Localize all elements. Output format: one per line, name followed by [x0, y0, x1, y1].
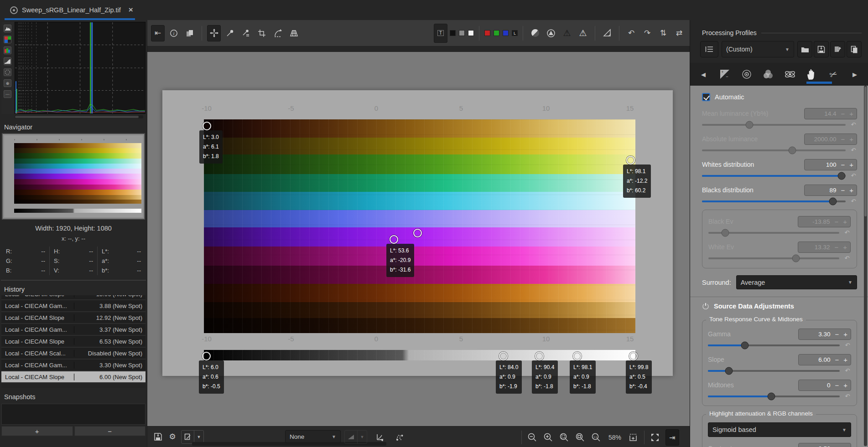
reset-icon[interactable]: ↶: [844, 342, 851, 349]
background-black-button[interactable]: [450, 30, 456, 36]
increment-button[interactable]: +: [843, 356, 847, 363]
slider-thumb[interactable]: [741, 341, 748, 349]
whites-distribution-slider[interactable]: [702, 175, 846, 177]
color-picker-spot[interactable]: L*: 3.0a*: 6.1b*: 1.8: [203, 122, 211, 130]
gamut-warning-toggle-button[interactable]: [394, 430, 405, 444]
increment-button[interactable]: +: [849, 136, 853, 143]
flip-vertical-button[interactable]: ⇅: [656, 25, 670, 41]
copy-profile-button[interactable]: [847, 41, 862, 57]
history-row[interactable]: Local - CIECAM Slope13.96 (New Spot): [1, 295, 146, 300]
decrement-button[interactable]: −: [835, 382, 839, 389]
soft-proofing-button[interactable]: [528, 25, 542, 41]
picker-ring[interactable]: [390, 235, 398, 244]
save-image-button[interactable]: [152, 430, 164, 444]
color-picker-spot[interactable]: [413, 229, 422, 237]
reset-icon[interactable]: ↶: [850, 172, 857, 179]
increment-button[interactable]: +: [849, 110, 853, 117]
increment-button[interactable]: +: [843, 244, 847, 251]
mean-luminance-slider[interactable]: [702, 124, 846, 126]
color-picker-spot[interactable]: L*: 98.1a*: 0.9b*: -1.8: [573, 352, 582, 360]
slider-thumb[interactable]: [767, 392, 775, 400]
image-tab[interactable]: Sweep_sRGB_Linear_Half_Zip.tif ×: [5, 2, 138, 18]
black-ev-value[interactable]: -13.85−+: [798, 216, 851, 227]
local-adjustments-tab[interactable]: [804, 66, 819, 83]
histogram-plot[interactable]: [15, 22, 146, 114]
gamma-slider[interactable]: [708, 344, 840, 346]
gamut-check-button[interactable]: [544, 25, 558, 41]
surround-dropdown[interactable]: Average▼: [736, 275, 857, 289]
history-row-selected[interactable]: Local - CIECAM Slope6.00 (New Spot): [1, 371, 146, 383]
hand-tool-button[interactable]: [207, 25, 221, 41]
shadow-clipping-button[interactable]: ⚠: [560, 25, 574, 41]
white-balance-picker-button[interactable]: [239, 25, 253, 41]
mean-luminance-value[interactable]: 14.4−+: [804, 108, 857, 119]
right-panel-scrollbar[interactable]: [864, 86, 867, 446]
slider-thumb[interactable]: [725, 367, 733, 375]
picker-ring[interactable]: [573, 352, 582, 360]
queue-processing-button[interactable]: ⚙: [166, 430, 178, 444]
decrement-button[interactable]: −: [834, 218, 838, 225]
reset-icon[interactable]: ↶: [843, 229, 851, 236]
save-profile-button[interactable]: [814, 41, 829, 57]
decrement-button[interactable]: −: [835, 445, 839, 447]
gamma-value[interactable]: 3.30−+: [798, 329, 851, 340]
delete-snapshot-button[interactable]: −: [74, 426, 146, 436]
decrement-button[interactable]: −: [841, 136, 845, 143]
history-row[interactable]: Local - CIECAM Gam...3.30 (New Spot): [1, 360, 146, 371]
histogram-bar-button[interactable]: ⋯: [4, 90, 11, 98]
histogram-luminance-button[interactable]: [4, 57, 11, 65]
decrement-button[interactable]: −: [834, 244, 838, 251]
color-picker-spot[interactable]: L*: 99.8a*: 0.5b*: -0.4: [629, 352, 638, 360]
softproof-toggle-button[interactable]: [374, 430, 386, 444]
reset-icon[interactable]: ↶: [844, 393, 851, 400]
contrast-value[interactable]: 0.50−+: [798, 443, 851, 447]
color-picker-spot[interactable]: L*: 6.0a*: 0.6b*: -0.5: [202, 352, 211, 360]
before-after-view-button[interactable]: [183, 25, 197, 41]
zoom-100-button[interactable]: 1:1: [591, 432, 602, 443]
history-row[interactable]: Local - CIECAM Gam...3.37 (New Spot): [1, 324, 146, 336]
histogram-curve-mode-button[interactable]: [4, 25, 11, 32]
power-icon[interactable]: [702, 303, 709, 310]
increment-button[interactable]: +: [849, 187, 853, 194]
reset-icon[interactable]: ↶: [850, 147, 857, 154]
advanced-tab[interactable]: [782, 66, 798, 83]
increment-button[interactable]: +: [849, 161, 853, 168]
slider-thumb[interactable]: [745, 121, 753, 128]
flip-horizontal-button[interactable]: ⇄: [672, 25, 686, 41]
zoom-fit-crop-button[interactable]: [575, 432, 586, 443]
color-picker-spot[interactable]: L*: 98.1a*: -12.2b*: 60.2: [626, 156, 635, 164]
histogram-parade-button[interactable]: [4, 46, 11, 54]
send-to-editor-button[interactable]: [182, 431, 194, 443]
automatic-checkbox[interactable]: [702, 93, 710, 101]
info-button[interactable]: i: [167, 25, 181, 41]
history-row[interactable]: Local - CIECAM Scal...Disabled (New Spot…: [1, 348, 146, 360]
decrement-button[interactable]: −: [841, 161, 845, 168]
channel-blue-button[interactable]: [503, 30, 509, 36]
add-snapshot-button[interactable]: +: [1, 426, 73, 436]
slope-value[interactable]: 6.00−+: [798, 354, 851, 365]
blacks-distribution-slider[interactable]: [702, 200, 846, 202]
send-to-editor-dropdown[interactable]: ▼: [194, 431, 203, 443]
crop-button[interactable]: [255, 25, 269, 41]
channel-green-button[interactable]: [494, 30, 499, 36]
midtones-value[interactable]: 0−+: [798, 380, 851, 391]
decrement-button[interactable]: −: [835, 331, 839, 338]
exposure-tab[interactable]: +−: [717, 66, 733, 83]
profile-select-dropdown[interactable]: (Custom)▼: [722, 41, 794, 57]
midtones-slider[interactable]: [708, 396, 840, 397]
increment-button[interactable]: +: [843, 218, 847, 225]
zoom-in-button[interactable]: [543, 432, 554, 443]
detail-window-button[interactable]: [628, 432, 639, 443]
whites-distribution-value[interactable]: 100−+: [804, 159, 857, 170]
background-gray-button[interactable]: [459, 30, 465, 36]
picker-ring[interactable]: [413, 229, 422, 237]
profile-fill-mode-button[interactable]: [700, 41, 718, 57]
color-picker-spot[interactable]: L*: 84.0a*: 0.9b*: -1.9: [499, 352, 508, 360]
decrement-button[interactable]: −: [841, 187, 845, 194]
picker-ring[interactable]: [535, 352, 544, 360]
highlight-method-dropdown[interactable]: Sigmoid based▼: [708, 422, 851, 437]
color-picker-button[interactable]: [223, 25, 237, 41]
picker-ring[interactable]: [202, 352, 211, 360]
slope-slider[interactable]: [708, 370, 840, 372]
softproof-profile-dropdown[interactable]: ▼: [358, 431, 367, 443]
